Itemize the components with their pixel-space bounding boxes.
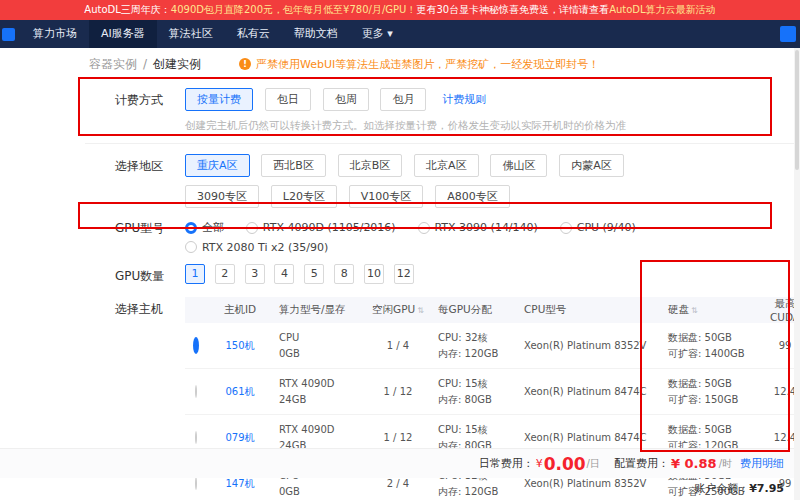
breadcrumb-separator: / xyxy=(143,57,147,71)
breadcrumb-parent[interactable]: 容器实例 xyxy=(89,56,137,73)
gpu-model-cpu-radio[interactable]: CPU (9/40) xyxy=(560,217,636,234)
host-id-link[interactable]: 150机 xyxy=(211,339,269,353)
gpu-count-2[interactable]: 2 xyxy=(215,264,235,284)
host-radio[interactable] xyxy=(193,337,199,354)
gpu-count-3[interactable]: 3 xyxy=(245,264,265,284)
promo-banner: AutoDL三周年庆：4090D包月直降200元，包年每月低至¥780/月/GP… xyxy=(0,0,800,20)
host-id-link[interactable]: 061机 xyxy=(211,385,269,399)
section-divider xyxy=(85,143,800,144)
host-free-gpu: 1 / 12 xyxy=(364,432,432,443)
main-page: 容器实例 / 创建实例 ! 严禁使用WebUI等算法生成违禁图片，严禁挖矿，一经… xyxy=(0,48,800,500)
gpu-model-3090-radio[interactable]: RTX 3090 (14/140) xyxy=(418,217,538,234)
nav-item-ai-server[interactable]: AI服务器 xyxy=(89,20,157,48)
host-alloc-cpu: CPU: 15核 xyxy=(438,422,518,438)
fee-bar: 日常费用： ¥ 0.00 /日 配置费用： ¥ 0.88 /时 费用明细 xyxy=(0,448,794,478)
region-l20-zone[interactable]: L20专区 xyxy=(271,185,337,208)
promo-text-2: 更有30台显卡神秘惊喜免费送，详情请查看 xyxy=(416,4,609,15)
host-cpu-type: Xeon(R) Platinum 8352V xyxy=(520,478,658,489)
gpu-model-section: GPU型号 全部 RTX 4090D (1105/2016) RTX 3090 … xyxy=(85,216,800,256)
header-disk[interactable]: 硬盘⇅ xyxy=(658,303,760,317)
balance-label: 账户余额： xyxy=(694,482,749,495)
host-alloc-mem: 内存: 80GB xyxy=(438,392,518,408)
promo-link[interactable]: AutoDL算力云最新活动 xyxy=(609,4,716,15)
region-chongqing-a[interactable]: 重庆A区 xyxy=(185,154,250,177)
region-a800-zone[interactable]: A800专区 xyxy=(435,185,510,208)
gpu-model-2080ti-label: RTX 2080 Ti x2 (35/90) xyxy=(202,241,328,254)
radio-dot-icon xyxy=(185,222,197,234)
host-vram: 0GB xyxy=(279,484,362,500)
host-cpu-type: Xeon(R) Platinum 8474C xyxy=(520,386,658,397)
gpu-model-cpu-label: CPU (9/40) xyxy=(577,221,636,234)
region-v100-zone[interactable]: V100专区 xyxy=(349,185,424,208)
region-xibei-b[interactable]: 西北B区 xyxy=(261,154,326,177)
gpu-model-label: GPU型号 xyxy=(85,216,185,237)
nav-item-community[interactable]: 算法社区 xyxy=(157,20,225,48)
vertical-scrollbar[interactable] xyxy=(794,48,800,500)
host-vram: 24GB xyxy=(279,392,362,408)
gpu-model-2080ti-radio[interactable]: RTX 2080 Ti x2 (35/90) xyxy=(185,237,328,254)
sort-icon[interactable]: ⇅ xyxy=(417,306,424,315)
host-model: RTX 4090D xyxy=(279,376,362,392)
daily-fee-label: 日常费用： xyxy=(479,456,534,471)
gpu-count-10[interactable]: 10 xyxy=(364,264,384,284)
gpu-count-12[interactable]: 12 xyxy=(394,264,414,284)
billing-rules-link[interactable]: 计费规则 xyxy=(442,88,486,112)
host-row-061[interactable]: 061机 RTX 4090D24GB 1 / 12 CPU: 15核内存: 80… xyxy=(185,369,800,415)
billing-option-monthly[interactable]: 包月 xyxy=(380,88,426,111)
promo-text-1: AutoDL三周年庆： xyxy=(84,4,171,15)
daily-fee-unit: /日 xyxy=(587,457,600,471)
gpu-count-4[interactable]: 4 xyxy=(274,264,294,284)
host-disk-data: 数据盘: 50GB xyxy=(668,422,758,438)
host-table-header: 主机ID 算力型号/显存 空闲GPU⇅ 每GPU分配 CPU型号 硬盘⇅ 最高C… xyxy=(185,297,800,323)
nav-item-docs[interactable]: 帮助文档 xyxy=(282,20,350,48)
region-beijing-a[interactable]: 北京A区 xyxy=(414,154,479,177)
config-fee-label: 配置费用： xyxy=(614,456,669,471)
host-cpu-type: Xeon(R) Platinum 8474C xyxy=(520,432,658,443)
region-3090-zone[interactable]: 3090专区 xyxy=(185,185,259,208)
host-id-link[interactable]: 147机 xyxy=(211,477,269,491)
config-fee-unit: /时 xyxy=(719,457,732,471)
radio-dot-icon xyxy=(560,222,572,234)
billing-option-pay-as-you-go[interactable]: 按量计费 xyxy=(185,88,253,111)
sort-icon[interactable]: ⇅ xyxy=(691,306,698,315)
nav-item-private-cloud[interactable]: 私有云 xyxy=(225,20,282,48)
billing-option-weekly[interactable]: 包周 xyxy=(323,88,369,111)
user-avatar[interactable] xyxy=(780,26,796,42)
header-free-gpu[interactable]: 空闲GPU⇅ xyxy=(364,303,432,317)
logo-icon[interactable] xyxy=(2,28,15,41)
region-beijing-b[interactable]: 北京B区 xyxy=(338,154,403,177)
region-label: 选择地区 xyxy=(85,154,185,175)
gpu-model-all-radio[interactable]: 全部 xyxy=(185,216,224,235)
host-radio[interactable] xyxy=(195,431,197,444)
host-radio[interactable] xyxy=(195,477,197,490)
gpu-count-label: GPU数量 xyxy=(85,264,185,285)
scrollbar-thumb[interactable] xyxy=(795,50,799,170)
host-model: CPU xyxy=(279,330,362,346)
nav-item-more[interactable]: 更多 ▾ xyxy=(350,20,405,48)
host-free-gpu: 2 / 4 xyxy=(364,478,432,489)
breadcrumb-current: 创建实例 xyxy=(153,56,201,73)
nav-item-market[interactable]: 算力市场 xyxy=(21,20,89,48)
host-id-link[interactable]: 079机 xyxy=(211,431,269,445)
billing-note: 创建完主机后仍然可以转换计费方式。如选择按量计费，价格发生变动以实际开机时的价格… xyxy=(185,119,626,133)
gpu-model-all-label: 全部 xyxy=(202,220,224,235)
host-alloc-mem: 内存: 120GB xyxy=(438,346,518,362)
gpu-count-5[interactable]: 5 xyxy=(304,264,324,284)
breadcrumb: 容器实例 / 创建实例 ! 严禁使用WebUI等算法生成违禁图片，严禁挖矿，一经… xyxy=(85,48,800,80)
region-neimeng-a[interactable]: 内蒙A区 xyxy=(559,154,624,177)
host-radio[interactable] xyxy=(195,385,197,398)
promo-text-highlight-1: 4090D包月直降200元，包年每月低至¥780/月/GPU！ xyxy=(171,4,417,15)
fee-detail-button[interactable]: 费用明细 xyxy=(740,456,784,471)
header-model: 算力型号/显存 xyxy=(269,303,364,317)
billing-section: 计费方式 按量计费 包日 包周 包月 计费规则 创建完主机后仍然可以转换计费方式… xyxy=(85,88,800,133)
host-row-150[interactable]: 150机 CPU0GB 1 / 4 CPU: 32核内存: 120GB Xeon… xyxy=(185,323,800,369)
gpu-count-1[interactable]: 1 xyxy=(185,264,205,284)
billing-option-daily[interactable]: 包日 xyxy=(265,88,311,111)
gpu-count-section: GPU数量 1 2 3 4 5 8 10 12 xyxy=(85,264,800,285)
gpu-model-4090d-radio[interactable]: RTX 4090D (1105/2016) xyxy=(246,217,396,234)
header-free-gpu-text: 空闲GPU xyxy=(372,303,415,315)
region-section: 选择地区 重庆A区 西北B区 北京B区 北京A区 佛山区 内蒙A区 3090专区… xyxy=(85,154,800,208)
region-foshan[interactable]: 佛山区 xyxy=(490,154,547,177)
gpu-count-8[interactable]: 8 xyxy=(334,264,354,284)
policy-warning: ! 严禁使用WebUI等算法生成违禁图片，严禁挖矿，一经发现立即封号！ xyxy=(239,57,599,72)
